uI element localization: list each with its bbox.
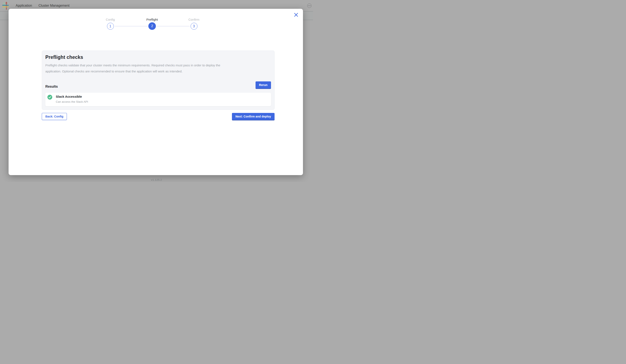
step-connector bbox=[115, 26, 148, 27]
results-heading: Results bbox=[45, 85, 58, 89]
step-indicator-config: 1 bbox=[107, 23, 114, 30]
rerun-button[interactable]: Rerun bbox=[256, 81, 271, 89]
results-header-row: Results Rerun bbox=[45, 81, 271, 89]
preflight-panel: Preflight checks Preflight checks valida… bbox=[42, 51, 274, 110]
wizard-stepper: Config Preflight Confirm 1 2 3 bbox=[106, 18, 198, 39]
step-connector bbox=[157, 26, 190, 27]
check-pass-icon bbox=[47, 95, 52, 99]
step-label-config: Config bbox=[106, 18, 115, 21]
back-button[interactable]: Back: Config bbox=[42, 113, 67, 120]
step-indicator-confirm: 3 bbox=[191, 23, 197, 30]
next-button[interactable]: Next: Confirm and deploy bbox=[232, 113, 274, 120]
wizard-actions: Back: Config Next: Confirm and deploy bbox=[42, 113, 274, 120]
check-text: Slack Accessible Can access the Slack AP… bbox=[56, 94, 88, 103]
panel-description: Preflight checks validate that your clus… bbox=[45, 62, 271, 74]
check-title: Slack Accessible bbox=[56, 94, 88, 99]
check-detail: Can access the Slack API bbox=[56, 100, 88, 103]
deploy-wizard-modal: Config Preflight Confirm 1 2 3 Preflight… bbox=[8, 9, 303, 175]
step-indicator-preflight: 2 bbox=[148, 22, 156, 30]
description-line: application. Optional checks are recomme… bbox=[45, 68, 271, 74]
description-line: Preflight checks validate that your clus… bbox=[45, 62, 271, 68]
step-label-confirm: Confirm bbox=[189, 18, 199, 21]
step-label-preflight: Preflight bbox=[146, 18, 158, 21]
close-icon bbox=[294, 12, 298, 17]
preflight-result-item: Slack Accessible Can access the Slack AP… bbox=[45, 93, 271, 106]
panel-title: Preflight checks bbox=[45, 55, 271, 60]
close-button[interactable] bbox=[293, 12, 299, 18]
